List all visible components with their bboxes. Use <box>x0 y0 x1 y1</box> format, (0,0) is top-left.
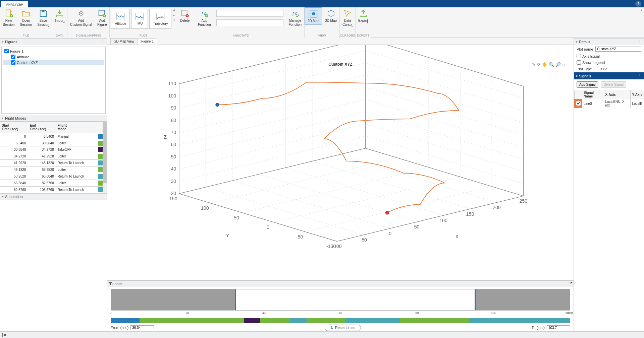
plot-attitude-button[interactable]: Attitude <box>111 9 130 29</box>
panner-track[interactable] <box>111 289 570 311</box>
svg-text:150: 150 <box>466 211 474 217</box>
zoom-out-icon[interactable]: 🔎 <box>555 62 561 67</box>
rotate-icon[interactable]: ⟳ <box>537 62 541 67</box>
tree-checkbox[interactable] <box>11 55 15 59</box>
scroll-right-icon[interactable]: ▶ <box>570 280 574 285</box>
back-icon[interactable]: |◀ <box>2 333 6 337</box>
import-button[interactable]: Import ▼ <box>52 7 67 24</box>
pan-icon[interactable]: ✋ <box>542 62 547 67</box>
signal-checkbox[interactable] <box>576 101 581 106</box>
save-session-button[interactable]: Save Session ▼ <box>35 7 52 28</box>
3d-map-button[interactable]: 3D Map <box>322 7 339 24</box>
svg-text:70: 70 <box>171 130 176 135</box>
chevron-down-icon[interactable]: ▼ <box>173 19 175 22</box>
manage-function-button[interactable]: ƒx Manage Function <box>286 7 304 28</box>
annotation-panel-header[interactable]: ▾ Annotation <box>0 193 107 200</box>
horizontal-scrollbar[interactable]: ◀ ▶ <box>107 280 574 280</box>
mode-cell: Return To Launch <box>56 187 98 193</box>
tree-item[interactable]: Custom XYZ <box>3 60 104 65</box>
plot-imu-button[interactable]: IMU <box>131 9 148 29</box>
tab-2d-map-view[interactable]: 2D Map View <box>111 38 138 45</box>
delete-button[interactable]: Delete <box>177 7 192 24</box>
svg-line-28 <box>274 177 460 222</box>
app-tabbar: ANALYZER ? <box>0 0 644 7</box>
from-input[interactable] <box>130 325 154 330</box>
add-figure-button[interactable]: Add Figure <box>95 7 109 28</box>
tree-item[interactable]: Attitude <box>3 54 104 60</box>
end-cell: 66.6840 <box>28 173 56 180</box>
export-button[interactable]: Export ▼ <box>356 7 371 24</box>
add-function-button[interactable]: ƒx Add Function <box>195 7 213 28</box>
chevron-right-icon[interactable]: ▶ <box>173 14 175 17</box>
figures-panel-header[interactable]: ▾ Figures ⋮ <box>0 38 107 45</box>
svg-line-68 <box>179 148 366 194</box>
table-row[interactable]: 53.952066.6840Return To Launch <box>0 173 103 180</box>
table-row[interactable]: 34.272041.2920Loiter <box>0 153 103 160</box>
plot-trajectory-button[interactable]: Trajectory <box>149 9 171 29</box>
kebab-icon[interactable]: ⋮ <box>565 38 574 45</box>
plotname-input[interactable] <box>595 47 641 52</box>
add-custom-signal-button[interactable]: Add Custom Signal <box>67 7 95 28</box>
tab-analyzer[interactable]: ANALYZER <box>1 1 28 7</box>
imu-label: IMU <box>137 22 143 26</box>
reset-limits-button[interactable]: ↻ Reset Limits <box>325 325 361 331</box>
ribbon-collapse-icon[interactable]: ▲ <box>640 9 643 12</box>
add-function-label: Add Function <box>198 19 211 26</box>
table-row[interactable]: 30.684034.2720TakeOFF <box>0 146 103 153</box>
kebab-icon[interactable]: ⋮ <box>638 74 642 78</box>
plot-toolbar: ✎ ⟳ ✋ 🔍 🔎 ⌂ <box>532 62 565 67</box>
svg-text:50: 50 <box>234 215 239 220</box>
svg-rect-9 <box>157 13 164 20</box>
to-input[interactable] <box>547 325 570 330</box>
svg-text:X: X <box>455 234 459 239</box>
table-row[interactable]: 66.684082.5760Loiter <box>0 180 103 187</box>
add-signal-label: Add Custom Signal <box>70 19 92 26</box>
svg-rect-2 <box>42 10 44 12</box>
open-session-label: Open Session <box>20 19 32 26</box>
kebab-icon[interactable]: ⋮ <box>638 40 642 44</box>
chevron-down-icon: ▾ <box>2 40 4 44</box>
signals-panel-header[interactable]: ▾ Signals ⋮ <box>574 72 644 79</box>
2d-map-button[interactable]: 2D Map <box>305 7 322 25</box>
kebab-icon[interactable]: ⋮ <box>101 40 105 44</box>
chevron-left-icon[interactable]: ◀ <box>173 9 175 12</box>
open-session-button[interactable]: Open Session <box>17 7 35 28</box>
signal-x: LocalENU: X (m) <box>604 99 631 108</box>
table-row[interactable]: 6.540030.6840Loiter <box>0 140 103 146</box>
table-row[interactable]: 06.5400Manual <box>0 133 103 140</box>
details-panel-header[interactable]: ▾ Details ⋮ <box>574 38 644 45</box>
annotate-input[interactable] <box>216 10 283 17</box>
svg-text:50: 50 <box>171 154 176 159</box>
export-icon <box>359 9 368 18</box>
tree-checkbox[interactable] <box>11 60 15 65</box>
add-signal-button[interactable]: Add Signal <box>577 81 598 88</box>
scrollbar-thumb[interactable] <box>103 122 107 183</box>
svg-line-19 <box>206 187 363 235</box>
data-cursor-button[interactable]: Data Cursor ▼ <box>340 7 355 28</box>
home-icon[interactable]: ⌂ <box>562 62 565 67</box>
end-cell: 105.6760 <box>28 187 56 193</box>
signals-table: Signal NameX-AxisY-AxisLine0LocalENU: X … <box>574 90 644 108</box>
flightmodes-panel-header[interactable]: ▾ Flight Modes <box>0 115 107 122</box>
zoom-in-icon[interactable]: 🔍 <box>549 62 554 67</box>
plot-area[interactable]: Custom XYZ ✎ ⟳ ✋ 🔍 🔎 ⌂ 11010090807060504… <box>107 45 574 280</box>
signal-row[interactable]: Line0LocalENU: X (m)LocalE <box>575 99 644 108</box>
axis-equal-checkbox[interactable] <box>577 54 581 58</box>
help-icon[interactable]: ? <box>635 1 641 7</box>
panner-handle-left[interactable] <box>235 289 236 310</box>
new-session-button[interactable]: New Session <box>0 7 17 28</box>
end-cell: 53.9520 <box>28 166 56 173</box>
svg-text:150: 150 <box>169 196 177 201</box>
tree-item[interactable]: Figure 1 <box>3 48 104 54</box>
brush-icon[interactable]: ✎ <box>532 62 536 67</box>
tree-checkbox[interactable] <box>4 49 9 53</box>
panner-handle-right[interactable] <box>475 289 476 310</box>
show-legend-checkbox[interactable] <box>577 60 581 65</box>
col-header: EndTime (sec) <box>28 122 56 133</box>
scroll-left-icon[interactable]: ◀ <box>107 280 111 285</box>
table-row[interactable]: 45.132053.9520Loiter <box>0 166 103 173</box>
annotate-input-2[interactable] <box>216 19 283 26</box>
table-row[interactable]: 82.5760105.6760Return To Launch <box>0 187 103 193</box>
table-row[interactable]: 41.292045.1320Return To Launch <box>0 160 103 166</box>
tab-figure-1[interactable]: Figure 1 <box>138 38 157 45</box>
